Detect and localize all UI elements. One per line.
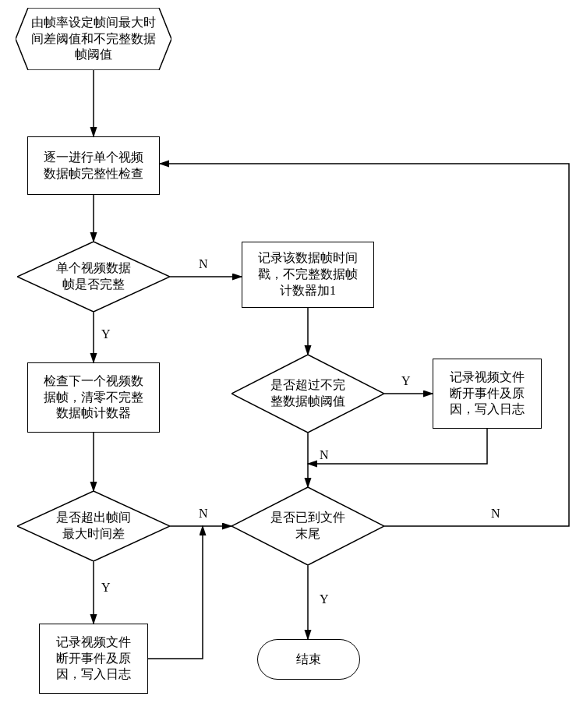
label-y1: Y xyxy=(101,327,111,341)
label-y2: Y xyxy=(401,374,411,388)
label-y4: Y xyxy=(320,592,329,606)
check-next-box: 检查下一个视频数 据帧，清零不完整 数据帧计数器 xyxy=(27,362,160,433)
end-terminator: 结束 xyxy=(257,639,360,680)
diamond-eof-text: 是否已到文件 末尾 xyxy=(270,510,345,542)
check-each-text: 逐一进行单个视频 数据帧完整性检查 xyxy=(44,150,143,182)
diamond-incomplete-thr-text: 是否超过不完 整数据帧阈值 xyxy=(270,377,345,410)
label-n2: N xyxy=(320,448,329,462)
start-text: 由帧率设定帧间最大时 间差阈值和不完整数据 帧阈值 xyxy=(31,15,156,63)
label-n4: N xyxy=(491,507,500,521)
log-left-text: 记录视频文件 断开事件及原 因，写入日志 xyxy=(56,634,131,683)
label-y3: Y xyxy=(101,581,111,595)
start-hexagon: 由帧率设定帧间最大时 间差阈值和不完整数据 帧阈值 xyxy=(16,8,171,70)
end-text: 结束 xyxy=(296,652,321,668)
record-ts-box: 记录该数据帧时间 戳，不完整数据帧 计数器加1 xyxy=(242,242,374,308)
log-right-text: 记录视频文件 断开事件及原 因，写入日志 xyxy=(450,369,525,418)
diamond-complete-text: 单个视频数据 帧是否完整 xyxy=(56,260,131,293)
diamond-maxdiff: 是否超出帧间 最大时间差 xyxy=(17,491,170,561)
check-next-text: 检查下一个视频数 据帧，清零不完整 数据帧计数器 xyxy=(44,373,143,422)
diamond-incomplete-thr: 是否超过不完 整数据帧阈值 xyxy=(231,355,384,433)
record-ts-text: 记录该数据帧时间 戳，不完整数据帧 计数器加1 xyxy=(258,250,358,299)
label-n3: N xyxy=(199,507,208,521)
log-right-box: 记录视频文件 断开事件及原 因，写入日志 xyxy=(433,359,542,429)
diamond-eof: 是否已到文件 末尾 xyxy=(231,487,384,565)
log-left-box: 记录视频文件 断开事件及原 因，写入日志 xyxy=(39,624,148,694)
diamond-complete: 单个视频数据 帧是否完整 xyxy=(17,242,170,312)
label-n1: N xyxy=(199,257,208,271)
diamond-maxdiff-text: 是否超出帧间 最大时间差 xyxy=(56,510,131,542)
check-each-box: 逐一进行单个视频 数据帧完整性检查 xyxy=(27,136,160,195)
